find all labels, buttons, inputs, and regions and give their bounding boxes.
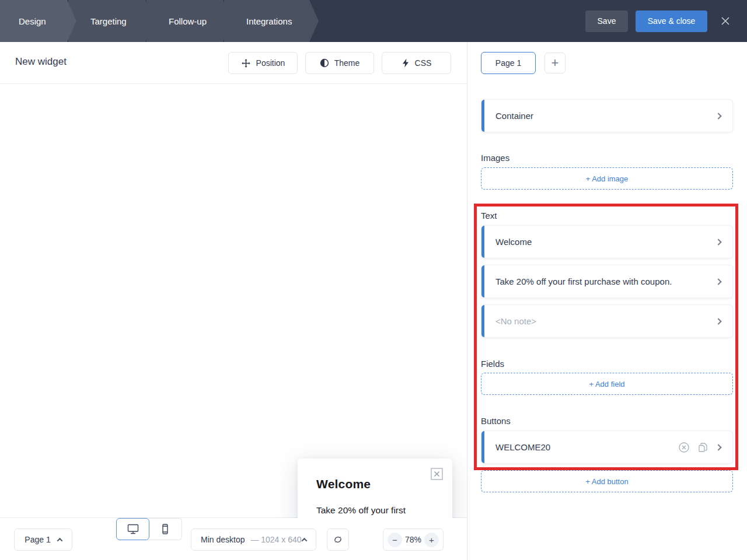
refresh-preview-button[interactable] [327,528,349,551]
plus-icon: + [551,57,559,69]
container-label: Container [495,111,533,121]
toolbar-buttons: Position Theme CSS [228,52,451,74]
css-button-label: CSS [415,58,432,68]
accent-bar [481,226,484,258]
container-element-card[interactable]: Container [481,99,733,132]
popup-title: Welcome [316,477,371,491]
text-element-label: Welcome [495,237,532,247]
zoom-out-button[interactable]: − [388,533,402,547]
page-1-tab[interactable]: Page 1 [481,52,536,74]
css-button[interactable]: CSS [382,52,451,74]
chevron-up-icon [302,537,308,543]
button-element-label: WELCOME20 [495,442,550,452]
fields-section-heading: Fields [481,359,504,369]
tab-design[interactable]: Design [0,0,76,42]
page-selector-label: Page 1 [25,535,50,544]
add-page-button[interactable]: + [544,52,566,74]
position-button-label: Position [256,58,285,68]
chevron-up-icon [57,537,62,543]
zoom-level-value: 78% [405,535,421,544]
tab-follow-up[interactable]: Follow-up [146,0,232,42]
lightning-icon [402,58,410,68]
text-element-label: <No note> [495,316,536,326]
breakpoint-text: Min desktop — 1024 x 640 [201,535,302,544]
text-element-card-note[interactable]: <No note> [481,304,733,338]
button-element-card-welcome20[interactable]: WELCOME20 [481,430,733,464]
chevron-right-icon [715,239,721,245]
accent-bar [481,265,484,298]
add-image-button[interactable]: + Add image [481,167,733,190]
chevron-right-icon [715,113,721,119]
zoom-in-button[interactable]: + [424,533,439,547]
position-button[interactable]: Position [228,52,298,74]
refresh-icon [333,534,343,545]
panel-divider [467,42,467,560]
desktop-view-toggle[interactable] [116,518,149,540]
close-editor-icon[interactable] [717,12,734,30]
breakpoint-size: — 1024 x 640 [250,535,301,544]
breakpoint-label: Min desktop [201,535,245,544]
text-element-card-description[interactable]: Take 20% off your first purchase with co… [481,265,733,298]
text-section-heading: Text [481,211,497,220]
theme-button[interactable]: Theme [305,52,374,74]
theme-button-label: Theme [334,58,360,68]
top-navigation-bar: Design Targeting Follow-up Integrations … [0,0,747,42]
desktop-icon [127,523,139,535]
tab-design-label: Design [19,16,46,26]
remove-circle-icon[interactable] [678,442,690,453]
chevron-right-icon [715,444,721,450]
chevron-right-icon [715,318,721,324]
save-button[interactable]: Save [585,10,628,32]
chevron-right-icon [715,278,721,285]
duplicate-icon[interactable] [697,442,708,453]
page-selector-dropdown[interactable]: Page 1 [14,528,72,551]
widget-editor: Design Targeting Follow-up Integrations … [0,0,747,560]
step-tabs: Design Targeting Follow-up Integrations [0,0,319,42]
contrast-icon [320,58,329,68]
tab-targeting[interactable]: Targeting [68,0,155,42]
move-icon [241,58,251,68]
breakpoint-selector-dropdown[interactable]: Min desktop — 1024 x 640 [191,528,316,551]
tab-integrations-label: Integrations [246,16,292,26]
popup-close-icon[interactable] [431,468,443,480]
add-button-button[interactable]: + Add button [481,470,733,492]
buttons-section-heading: Buttons [481,416,511,426]
tab-targeting-label: Targeting [90,16,127,26]
mobile-view-toggle[interactable] [149,518,182,540]
accent-bar [481,305,484,337]
preview-canvas: Welcome Take 20% off your first purchase… [0,84,467,518]
topbar-actions: Save Save & close [585,0,747,42]
text-element-label: Take 20% off your first purchase with co… [495,276,672,286]
images-section-heading: Images [481,153,509,163]
tab-integrations[interactable]: Integrations [224,0,319,42]
mobile-icon [161,523,169,535]
accent-bar [481,100,484,132]
tab-follow-up-label: Follow-up [169,16,207,26]
save-and-close-button[interactable]: Save & close [636,10,707,32]
add-field-button[interactable]: + Add field [481,373,733,395]
zoom-control: − 78% + [383,528,444,551]
widget-title: New widget [15,56,67,68]
text-element-card-welcome[interactable]: Welcome [481,225,733,258]
accent-bar [481,431,484,463]
canvas-bottom-bar: Page 1 Min desktop — 1024 x 64 [0,518,467,560]
pages-bar: Page 1 + [467,42,747,84]
